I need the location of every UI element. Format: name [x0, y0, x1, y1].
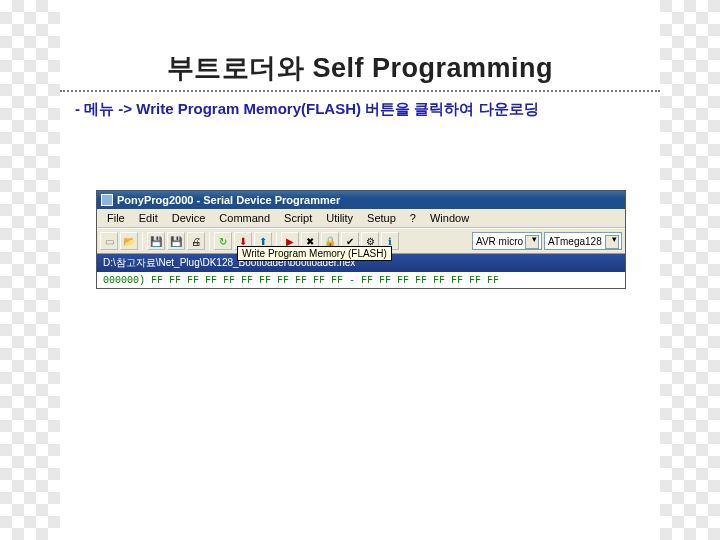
- toolbar-separator: [209, 232, 210, 250]
- app-icon: [101, 194, 113, 206]
- menubar: File Edit Device Command Script Utility …: [97, 209, 625, 228]
- device-family-value: AVR micro: [476, 236, 523, 247]
- menu-help[interactable]: ?: [404, 211, 422, 225]
- hex-view: 000000) FF FF FF FF FF FF FF FF FF FF FF…: [97, 272, 625, 288]
- file-path-bar: D:\참고자료\Net_Plug\DK128_Bootloader\bootlo…: [97, 254, 625, 272]
- menu-utility[interactable]: Utility: [320, 211, 359, 225]
- window-titlebar[interactable]: PonyProg2000 - Serial Device Programmer: [97, 191, 625, 209]
- menu-file[interactable]: File: [101, 211, 131, 225]
- title-underline: [60, 90, 660, 92]
- device-type-select[interactable]: ATmega128: [544, 232, 622, 250]
- reload-icon[interactable]: ↻: [214, 232, 232, 250]
- save-icon[interactable]: 💾: [147, 232, 165, 250]
- open-file-icon[interactable]: 📂: [120, 232, 138, 250]
- menu-device[interactable]: Device: [166, 211, 212, 225]
- write-flash-tooltip: Write Program Memory (FLASH): [237, 246, 392, 261]
- toolbar-separator: [142, 232, 143, 250]
- slide-subtitle: - 메뉴 -> Write Program Memory(FLASH) 버튼을 …: [75, 100, 660, 119]
- hex-bytes: FF FF FF FF FF FF FF FF FF FF FF - FF FF…: [151, 275, 499, 286]
- hex-offset: 000000): [103, 275, 145, 286]
- window-title-text: PonyProg2000 - Serial Device Programmer: [117, 194, 340, 206]
- slide-title: 부트로더와 Self Programming: [60, 50, 660, 86]
- menu-setup[interactable]: Setup: [361, 211, 402, 225]
- save-as-icon[interactable]: 💾: [167, 232, 185, 250]
- menu-script[interactable]: Script: [278, 211, 318, 225]
- menu-window[interactable]: Window: [424, 211, 475, 225]
- new-file-icon[interactable]: ▭: [100, 232, 118, 250]
- print-icon[interactable]: 🖨: [187, 232, 205, 250]
- device-family-select[interactable]: AVR micro: [472, 232, 542, 250]
- menu-command[interactable]: Command: [213, 211, 276, 225]
- device-type-value: ATmega128: [548, 236, 602, 247]
- menu-edit[interactable]: Edit: [133, 211, 164, 225]
- ponyprog-window: PonyProg2000 - Serial Device Programmer …: [96, 190, 626, 289]
